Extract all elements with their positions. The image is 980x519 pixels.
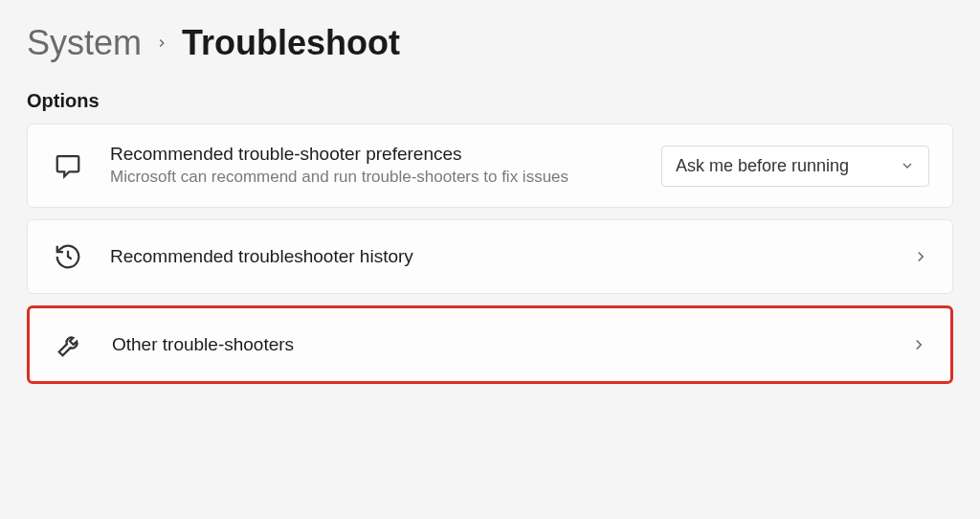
chevron-right-icon	[155, 36, 168, 50]
preferences-title: Recommended trouble-shooter preferences	[110, 144, 636, 165]
speech-bubble-icon	[51, 148, 85, 183]
other-content: Other trouble-shooters	[112, 334, 885, 355]
section-title: Options	[27, 90, 953, 112]
chevron-right-icon	[910, 336, 927, 353]
other-title: Other trouble-shooters	[112, 334, 885, 355]
breadcrumb: System Troubleshoot	[27, 23, 953, 63]
chevron-down-icon	[900, 158, 915, 173]
breadcrumb-parent[interactable]: System	[27, 23, 142, 63]
preferences-content: Recommended trouble-shooter preferences …	[110, 144, 636, 188]
history-content: Recommended troubleshooter history	[110, 246, 887, 267]
other-troubleshooters-card[interactable]: Other trouble-shooters	[27, 305, 953, 384]
history-icon	[51, 239, 85, 274]
preferences-dropdown-value: Ask me before running	[676, 156, 849, 176]
wrench-icon	[53, 327, 87, 362]
preferences-desc: Microsoft can recommend and run trouble-…	[110, 167, 569, 188]
history-title: Recommended troubleshooter history	[110, 246, 887, 267]
breadcrumb-current: Troubleshoot	[182, 23, 400, 63]
preferences-dropdown[interactable]: Ask me before running	[661, 146, 929, 187]
history-card[interactable]: Recommended troubleshooter history	[27, 219, 953, 294]
chevron-right-icon	[912, 248, 929, 265]
preferences-card: Recommended trouble-shooter preferences …	[27, 124, 953, 208]
